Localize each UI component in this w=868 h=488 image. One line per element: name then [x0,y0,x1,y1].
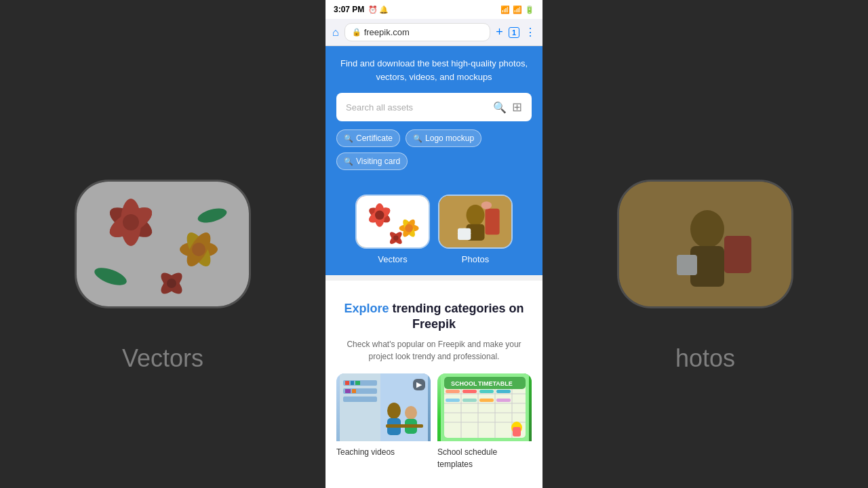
bg-vectors-label: Vectors [122,344,203,373]
svg-rect-47 [343,396,377,402]
svg-point-31 [405,224,413,232]
url-text: freepik.com [364,27,410,37]
menu-button[interactable]: ⋮ [525,26,536,39]
svg-rect-74 [446,390,460,393]
search-bar[interactable]: Search all assets 🔍 ⊞ [336,93,532,121]
svg-rect-57 [386,424,423,428]
status-left: 3:07 PM ⏰ 🔔 [334,5,389,14]
tag-certificate-label: Certificate [356,134,393,143]
category-vectors-thumb [355,195,430,249]
svg-point-9 [192,243,205,256]
tag-certificate[interactable]: 🔍 Certificate [336,129,400,147]
svg-rect-81 [513,427,521,436]
trending-cards: ▶ Teaching videos [336,373,532,474]
svg-point-27 [375,211,384,220]
tabs-button[interactable]: 1 [509,27,519,38]
search-icon[interactable]: 🔍 [493,101,507,114]
tag-search-icon-3: 🔍 [344,157,353,166]
categories-row: Vectors [326,184,542,275]
browser-actions: + 1 ⋮ [496,25,536,39]
video-badge: ▶ [413,379,425,390]
category-photos-thumb [438,195,513,249]
category-vectors-label: Vectors [378,254,407,264]
hero-section: Find and download the best high-quality … [326,46,542,184]
svg-rect-76 [479,399,494,402]
svg-rect-71 [462,390,477,393]
svg-rect-72 [479,390,494,393]
svg-rect-39 [485,209,499,235]
teaching-thumb: ▶ [336,373,431,441]
explore-highlight: Explore [344,302,389,315]
category-photos[interactable]: Photos [438,195,513,264]
teaching-card-label: Teaching videos [336,447,395,457]
status-right: 📶 📶 🔋 [500,5,534,14]
svg-rect-78 [446,399,460,402]
category-vectors[interactable]: Vectors [355,195,430,264]
svg-rect-41 [458,228,471,240]
svg-point-17 [690,210,724,248]
svg-point-5 [123,214,139,230]
explore-subtitle: Check what's popular on Freepik and make… [336,338,532,363]
section-divider [326,275,542,281]
tag-search-icon-2: 🔍 [413,134,422,143]
bg-photos-label: hotos [675,344,735,373]
lock-icon: 🔒 [352,28,361,37]
page-content: Find and download the best high-quality … [326,46,542,488]
bg-panel-right: hotos [542,0,868,488]
svg-point-53 [387,403,401,419]
svg-point-34 [393,235,399,241]
svg-rect-48 [345,381,349,385]
search-icons: 🔍 ⊞ [493,100,522,115]
quick-tags: 🔍 Certificate 🔍 Logo mockup 🔍 Visiting c… [336,129,532,170]
svg-point-37 [467,205,485,226]
address-bar[interactable]: 🔒 freepik.com [344,23,491,41]
svg-point-55 [405,406,417,420]
school-card-label: School schedule templates [437,447,497,469]
status-bar: 3:07 PM ⏰ 🔔 📶 📶 🔋 [326,0,542,19]
tag-logo-mockup[interactable]: 🔍 Logo mockup [406,129,481,147]
tag-visiting-card[interactable]: 🔍 Visiting card [336,152,408,170]
explore-title-rest: trending categories on Freepik [389,302,524,331]
category-photos-label: Photos [462,254,489,264]
svg-text:SCHOOL: SCHOOL [451,380,477,387]
tag-logo-mockup-label: Logo mockup [425,134,474,143]
phone-frame: 3:07 PM ⏰ 🔔 📶 📶 🔋 ⌂ 🔒 freepik.com + 1 ⋮ … [326,0,542,488]
svg-rect-49 [351,381,354,385]
trending-card-teaching[interactable]: ▶ Teaching videos [336,373,431,474]
svg-text:TIMETABLE: TIMETABLE [478,380,513,387]
search-placeholder-text: Search all assets [346,102,493,113]
svg-rect-75 [462,399,477,402]
svg-rect-52 [352,389,356,393]
hero-tagline: Find and download the best high-quality … [336,57,532,83]
home-icon[interactable]: ⌂ [332,26,339,39]
svg-rect-51 [345,389,351,393]
explore-title: Explore trending categories on Freepik [336,301,532,333]
explore-section: Explore trending categories on Freepik C… [326,281,542,485]
new-tab-button[interactable]: + [496,25,503,39]
svg-point-42 [481,201,492,209]
video-icon: ▶ [416,380,422,388]
camera-search-icon[interactable]: ⊞ [512,100,522,115]
school-thumb: SCHOOL TIMETABLE [437,373,532,441]
svg-rect-21 [677,255,697,275]
svg-rect-19 [724,236,751,273]
tag-search-icon-1: 🔍 [344,134,353,143]
bg-panel-left: Vectors [0,0,326,488]
browser-chrome: ⌂ 🔒 freepik.com + 1 ⋮ [326,19,542,46]
status-time: 3:07 PM [334,5,364,14]
svg-point-12 [167,279,176,288]
tag-visiting-card-label: Visiting card [356,157,400,166]
trending-card-school[interactable]: SCHOOL TIMETABLE [437,373,532,474]
svg-rect-50 [355,381,360,385]
svg-rect-77 [496,399,511,402]
svg-rect-73 [496,390,511,393]
